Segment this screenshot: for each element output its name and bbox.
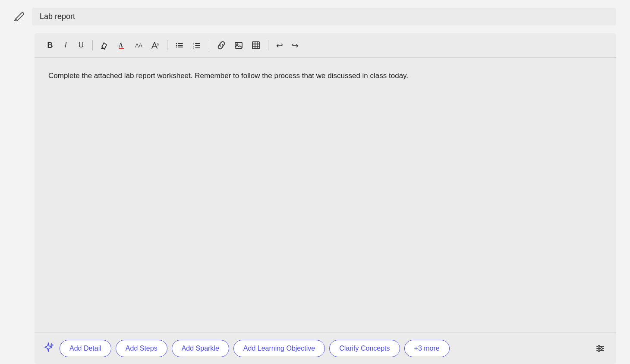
ai-sparkle-icon [43, 342, 54, 355]
svg-rect-21 [252, 42, 259, 49]
clarify-concepts-button[interactable]: Clarify Concepts [329, 340, 400, 357]
svg-rect-3 [101, 48, 105, 49]
separator-2 [167, 40, 167, 50]
separator-3 [209, 40, 209, 50]
spell-check-button[interactable] [147, 38, 163, 52]
svg-point-29 [598, 345, 600, 347]
bottom-bar: Add Detail Add Steps Add Sparkle Add Lea… [35, 333, 616, 364]
svg-text:3: 3 [193, 47, 195, 49]
add-detail-button[interactable]: Add Detail [60, 340, 111, 357]
editor-text: Complete the attached lab report workshe… [48, 72, 408, 80]
svg-point-7 [176, 43, 177, 44]
svg-rect-19 [235, 42, 242, 48]
text-color-button[interactable]: A [114, 38, 130, 52]
edit-icon [14, 10, 25, 23]
document-title-input[interactable]: Lab report [32, 8, 616, 25]
add-learning-objective-button[interactable]: Add Learning Objective [233, 340, 325, 357]
toolbar: B I U A AA [35, 33, 616, 58]
svg-point-6 [158, 43, 158, 44]
svg-point-31 [598, 350, 600, 351]
separator-1 [92, 40, 93, 50]
redo-button[interactable]: ↪ [288, 38, 302, 52]
underline-button[interactable]: U [74, 38, 88, 52]
font-size-button[interactable]: AA [132, 38, 145, 52]
editor-container: B I U A AA [35, 33, 616, 364]
svg-point-30 [601, 348, 602, 349]
add-steps-button[interactable]: Add Steps [116, 340, 167, 357]
undo-button[interactable]: ↩ [273, 38, 287, 52]
numbered-list-button[interactable]: 1 2 3 [189, 38, 205, 52]
italic-button[interactable]: I [59, 38, 72, 52]
highlight-button[interactable] [97, 38, 113, 52]
separator-4 [268, 40, 268, 50]
link-button[interactable] [214, 38, 229, 52]
more-options-button[interactable]: +3 more [404, 340, 450, 357]
table-button[interactable] [248, 38, 264, 52]
svg-rect-5 [119, 48, 124, 49]
svg-text:A: A [119, 42, 123, 49]
svg-point-11 [176, 47, 177, 47]
editor-content[interactable]: Complete the attached lab report workshe… [35, 58, 616, 333]
title-bar: Lab report [0, 0, 630, 33]
bullet-list-button[interactable] [172, 38, 187, 52]
add-sparkle-button[interactable]: Add Sparkle [172, 340, 229, 357]
bold-button[interactable]: B [43, 38, 57, 52]
settings-button[interactable] [593, 341, 608, 356]
svg-point-9 [176, 45, 177, 46]
image-button[interactable] [231, 38, 246, 52]
